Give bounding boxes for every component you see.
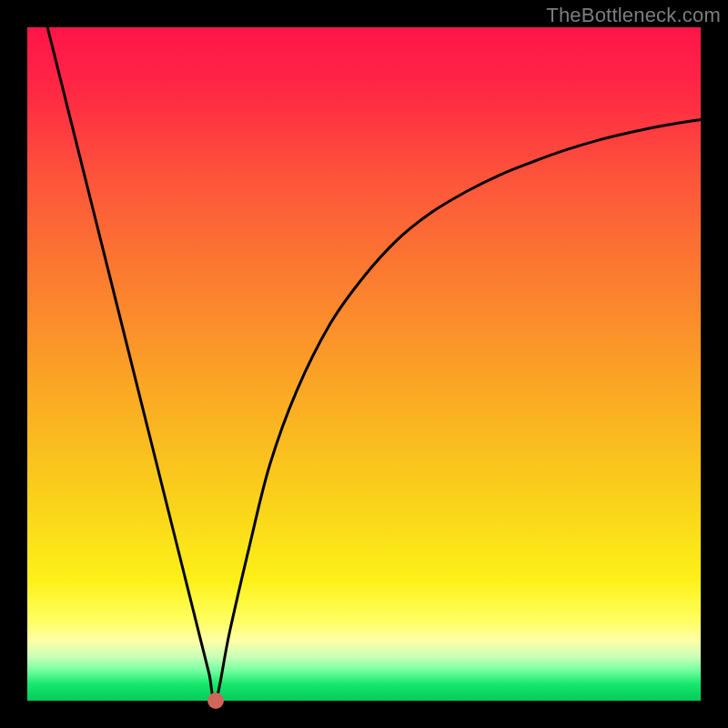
- chart-frame: TheBottleneck.com: [0, 0, 728, 728]
- optimal-point-marker: [207, 693, 224, 709]
- plot-area: [27, 27, 701, 701]
- watermark-text: TheBottleneck.com: [546, 4, 721, 27]
- bottleneck-curve: [27, 27, 701, 701]
